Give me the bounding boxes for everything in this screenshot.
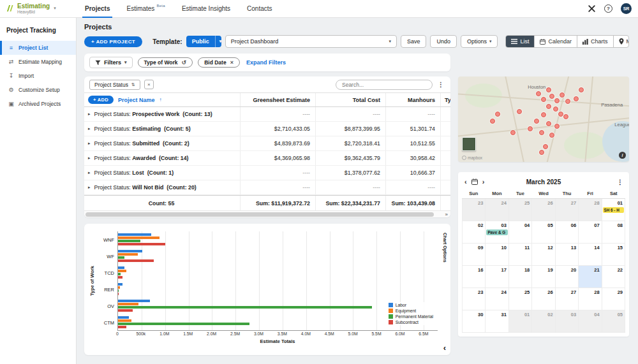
- calendar-day-cell[interactable]: 23: [463, 199, 486, 221]
- column-project-name[interactable]: Project Name: [118, 97, 155, 103]
- map-marker[interactable]: [565, 99, 570, 104]
- collapse-chart-icon[interactable]: ‹: [443, 344, 446, 352]
- tab-estimates[interactable]: EstimatesBeta: [118, 0, 173, 18]
- map-marker[interactable]: [549, 94, 554, 99]
- tab-contacts[interactable]: Contacts: [239, 0, 280, 18]
- map-marker[interactable]: [546, 121, 551, 126]
- calendar-day-cell[interactable]: 30: [463, 310, 486, 333]
- filter-chip-type-of-work[interactable]: Type of Work ↺: [138, 57, 193, 68]
- sidebar-item-estimate-mapping[interactable]: ⇄Estimate Mapping: [0, 55, 76, 69]
- map-marker[interactable]: [490, 119, 495, 124]
- bar-subcontract[interactable]: [118, 293, 119, 295]
- bar-subcontract[interactable]: [118, 243, 165, 245]
- map-marker[interactable]: [554, 124, 560, 129]
- map-marker[interactable]: [534, 119, 539, 124]
- expand-row-icon[interactable]: ▸: [88, 156, 91, 161]
- calendar-prev-icon[interactable]: ‹: [462, 178, 470, 186]
- column-type-of-work-clipped[interactable]: Ty: [440, 93, 450, 106]
- map-style-toggle[interactable]: [462, 137, 476, 151]
- map-marker[interactable]: [510, 130, 516, 135]
- map-marker[interactable]: [536, 91, 541, 96]
- map-marker[interactable]: [517, 109, 522, 114]
- calendar-day-cell[interactable]: 26: [532, 199, 555, 221]
- table-group-row[interactable]: ▸Project Status: Awarded (Count: 14)$4,3…: [84, 151, 450, 166]
- calendar-day-cell[interactable]: 09: [463, 244, 486, 266]
- avatar[interactable]: SR: [621, 3, 632, 14]
- calendar-day-cell[interactable]: 23: [463, 288, 486, 310]
- group-by-chip[interactable]: Project Status ⇅: [89, 80, 140, 90]
- map-marker[interactable]: [560, 92, 565, 98]
- bar-permanent-material[interactable]: [118, 240, 140, 242]
- map-marker[interactable]: [574, 96, 579, 101]
- calendar-day-cell[interactable]: 13: [556, 244, 579, 266]
- calendar-day-cell[interactable]: 19: [532, 266, 555, 288]
- calendar-day-cell[interactable]: 15: [602, 244, 625, 266]
- bar-subcontract[interactable]: [118, 259, 154, 262]
- calendar-day-cell[interactable]: 02: [532, 310, 555, 333]
- map-marker[interactable]: [546, 87, 551, 92]
- calendar-day-cell[interactable]: 05: [532, 221, 555, 244]
- expand-row-icon[interactable]: ▸: [88, 126, 91, 131]
- calendar-day-cell[interactable]: 04: [509, 221, 532, 244]
- calendar-event[interactable]: SH 6 - H: [603, 207, 624, 213]
- map-marker[interactable]: [549, 133, 554, 138]
- calendar-event[interactable]: Pave & G: [486, 229, 507, 235]
- calendar-today-icon[interactable]: [471, 178, 478, 185]
- calendar-day-cell[interactable]: 31: [486, 310, 508, 333]
- sidebar-item-customize-setup[interactable]: ⚙Customize Setup: [0, 83, 76, 97]
- map-marker[interactable]: [554, 98, 560, 103]
- table-group-row[interactable]: ▸Project Status: Lost (Count: 1)----$1,3…: [84, 166, 450, 180]
- map-marker[interactable]: [539, 130, 544, 135]
- tab-estimate-insights[interactable]: Estimate Insights: [174, 0, 239, 18]
- calendar-day-cell[interactable]: 26: [532, 288, 555, 310]
- bar-subcontract[interactable]: [118, 276, 122, 279]
- bar-permanent-material[interactable]: [118, 256, 124, 259]
- help-icon[interactable]: ?: [604, 4, 612, 13]
- calendar-day-cell[interactable]: 17: [486, 266, 508, 288]
- sidebar-item-project-list[interactable]: ≡Project List: [0, 41, 76, 55]
- expand-row-icon[interactable]: ▸: [88, 170, 91, 175]
- view-calendar-button[interactable]: Calendar: [534, 36, 577, 47]
- remove-group-icon[interactable]: ×: [144, 80, 154, 89]
- map-marker[interactable]: [495, 112, 500, 117]
- map-marker[interactable]: [543, 144, 548, 149]
- calendar-day-cell[interactable]: 28: [579, 288, 602, 310]
- calendar-menu-icon[interactable]: ⋮: [615, 178, 625, 186]
- bar-labor[interactable]: [118, 266, 124, 269]
- bar-permanent-material[interactable]: [118, 289, 119, 292]
- table-menu-icon[interactable]: ⋮: [436, 81, 445, 88]
- app-logo[interactable]: Estimating HeavyBid ▾: [6, 3, 73, 14]
- map-marker[interactable]: [541, 112, 546, 117]
- map[interactable]: mapbox i HoustonPasadenaLeague City: [458, 76, 629, 162]
- calendar-day-cell[interactable]: 14: [579, 244, 602, 266]
- bar-equipment[interactable]: [118, 253, 138, 256]
- calendar-day-cell[interactable]: 02: [463, 221, 486, 244]
- calendar-day-cell[interactable]: 20: [556, 266, 579, 288]
- calendar-day-cell[interactable]: 06: [556, 221, 579, 244]
- map-marker[interactable]: [579, 87, 584, 92]
- tab-projects[interactable]: Projects: [77, 0, 118, 18]
- expand-row-icon[interactable]: ▸: [88, 112, 91, 117]
- map-info-icon[interactable]: i: [619, 152, 626, 159]
- bar-equipment[interactable]: [118, 237, 160, 239]
- calendar-day-cell[interactable]: 11: [509, 244, 532, 266]
- scrollbar-thumb[interactable]: [85, 212, 434, 217]
- bar-equipment[interactable]: [118, 319, 131, 322]
- bar-equipment[interactable]: [118, 303, 138, 305]
- column-manhours[interactable]: Manhours: [385, 93, 440, 106]
- remove-icon[interactable]: ×: [230, 60, 234, 66]
- sidebar-item-archived-projects[interactable]: ▣Archived Projects: [0, 97, 76, 111]
- map-marker[interactable]: [541, 97, 546, 102]
- calendar-day-cell[interactable]: 22: [602, 266, 625, 288]
- save-button[interactable]: Save: [401, 35, 427, 48]
- bar-equipment[interactable]: [118, 286, 120, 289]
- calendar-day-cell[interactable]: 29: [602, 288, 625, 310]
- map-marker[interactable]: [546, 104, 551, 109]
- chart-options-button[interactable]: Chart Options: [443, 233, 447, 263]
- calendar-day-cell[interactable]: 03Pave & G: [486, 221, 508, 244]
- calendar-day-cell[interactable]: 16: [463, 266, 486, 288]
- expand-filters-link[interactable]: Expand Filters: [246, 59, 286, 66]
- calendar-day-cell[interactable]: 05: [602, 310, 625, 333]
- map-marker[interactable]: [558, 112, 563, 117]
- calendar-day-cell[interactable]: 08: [602, 221, 625, 244]
